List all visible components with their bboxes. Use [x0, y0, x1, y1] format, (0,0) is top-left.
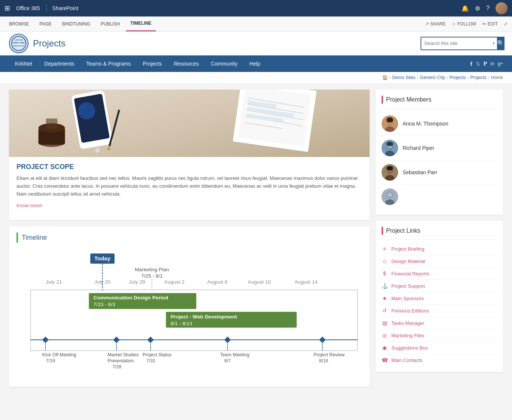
link-item-suggestions[interactable]: ◉ Suggestions Box: [382, 342, 497, 354]
breadcrumb-demo-sites[interactable]: Demo Sites: [392, 75, 416, 80]
facebook-icon[interactable]: f: [470, 61, 472, 67]
follow-icon: ☆: [452, 21, 456, 27]
svg-text:Project Status: Project Status: [142, 352, 171, 357]
sharepoint-label: SharePoint: [52, 5, 78, 11]
site-logo: CITY OF KIRKLAND WASHINGTON: [9, 34, 28, 53]
svg-text:7/23 - 8/3: 7/23 - 8/3: [94, 302, 115, 308]
breadcrumb-generic-city[interactable]: Generic-City: [420, 75, 445, 80]
member-item: Anna M. Thompson: [382, 112, 497, 136]
svg-text:Project - Web Development: Project - Web Development: [171, 314, 237, 320]
focus-icon: ⤢: [504, 21, 508, 27]
link-item-support[interactable]: ⚓ Project Support: [382, 280, 497, 292]
refresh-icon: ↺: [382, 308, 388, 314]
focus-action[interactable]: ⤢: [504, 21, 508, 27]
know-more-link[interactable]: Know more!: [16, 203, 42, 208]
nav-teams-programs[interactable]: Teams & Programs: [80, 55, 137, 72]
svg-text:Market Studies: Market Studies: [108, 352, 139, 357]
search-box[interactable]: ▼ 🔍: [421, 37, 503, 50]
tab-page[interactable]: PAGE: [35, 16, 56, 31]
link-item-tasks[interactable]: ▤ Tasks Manager: [382, 317, 497, 329]
ribbon-actions: ↗ SHARE ☆ FOLLOW ✏ EDIT ⤢: [425, 21, 508, 27]
follow-action[interactable]: ☆ FOLLOW: [452, 21, 476, 27]
svg-marker-63: [319, 337, 325, 343]
waffle-icon[interactable]: ⊞: [4, 4, 10, 12]
links-pink-accent: [382, 227, 383, 235]
link-label-financial: Financial Reports: [391, 271, 429, 277]
svg-text:August 14: August 14: [295, 280, 318, 285]
svg-text:August 6: August 6: [207, 280, 228, 285]
gear-icon[interactable]: ⚙: [475, 5, 480, 12]
svg-text:August 10: August 10: [248, 280, 271, 285]
link-label-suggestions: Suggestions Box: [391, 345, 428, 351]
project-scope-title: PROJECT SCOPE: [16, 163, 362, 171]
help-icon[interactable]: ?: [486, 5, 490, 12]
link-item-briefing[interactable]: ≡ Project Briefing: [382, 243, 497, 255]
svg-marker-55: [147, 337, 154, 343]
member-avatar-anna: [382, 115, 398, 132]
googleplus-icon[interactable]: g+: [498, 61, 503, 66]
nav-projects[interactable]: Projects: [137, 55, 168, 72]
timeline-header: Timeline: [16, 232, 362, 243]
svg-point-76: [386, 142, 393, 146]
project-scope-text: Etiam at elit at diam tincidunt faucibus…: [16, 175, 362, 198]
timeline-area: Today July 21 July 25 July 29 August 2 A…: [16, 249, 362, 381]
svg-text:7/28: 7/28: [112, 364, 121, 369]
diamond-icon: ◇: [382, 258, 388, 264]
circle-icon: ◉: [382, 345, 388, 351]
bell-icon[interactable]: 🔔: [461, 5, 469, 12]
share-icon: ↗: [425, 21, 429, 27]
tab-timeline[interactable]: TIMELINE: [126, 16, 156, 31]
edit-action[interactable]: ✏ EDIT: [482, 21, 498, 27]
pink-accent-bar: [382, 96, 383, 104]
pinterest-icon[interactable]: 𝐏: [484, 60, 487, 67]
link-item-marketing[interactable]: ◎ Marketing Files: [382, 329, 497, 342]
tab-publish[interactable]: PUBLISH: [96, 16, 124, 31]
svg-text:Presentation: Presentation: [108, 358, 134, 363]
site-logo-inner: CITY OF KIRKLAND WASHINGTON: [10, 34, 28, 52]
svg-point-71: [386, 117, 393, 123]
search-input[interactable]: [421, 39, 490, 48]
top-bar-left: ⊞ Office 365 SharePoint: [4, 4, 78, 13]
share-action[interactable]: ↗ SHARE: [425, 21, 446, 27]
nav-kirknet[interactable]: KirkNet: [9, 55, 38, 72]
link-label-contacts: Main Contacts: [391, 357, 422, 363]
main-right: Project Members Anna M. Thompson: [376, 90, 503, 387]
nav-community[interactable]: Community: [205, 55, 244, 72]
ribbon-tabs: BROWSE PAGE BINDTUNING PUBLISH TIMELINE: [4, 16, 156, 31]
main-container: PROJECT SCOPE Etiam at elit at diam tinc…: [0, 84, 512, 393]
svg-point-81: [386, 166, 393, 170]
twitter-icon[interactable]: 𝕏: [476, 61, 480, 67]
breadcrumb: 🏠 › Demo Sites › Generic-City › Projects…: [0, 72, 512, 84]
svg-text:Project Review: Project Review: [313, 352, 345, 357]
member-item: Sebastian Parr: [382, 160, 497, 185]
svg-text:Communication Design Period: Communication Design Period: [94, 295, 168, 300]
member-avatar-sebastian: [382, 164, 398, 181]
svg-text:KIRKLAND: KIRKLAND: [13, 42, 25, 44]
member-item: [382, 185, 497, 209]
nav-help[interactable]: Help: [243, 55, 266, 72]
svg-marker-46: [42, 337, 49, 343]
breadcrumb-projects-1[interactable]: Projects: [449, 75, 466, 80]
link-item-editions[interactable]: ↺ Previous Editions: [382, 305, 497, 317]
link-item-sponsors[interactable]: ★ Main Sponsors: [382, 292, 497, 305]
nav-bar: KirkNet Departments Teams & Programs Pro…: [0, 55, 512, 72]
avatar[interactable]: [496, 2, 508, 14]
nav-resources[interactable]: Resources: [168, 55, 205, 72]
timeline-card: Timeline Today July 21 July 25 July 29 A…: [9, 226, 370, 387]
search-button[interactable]: 🔍: [497, 37, 505, 50]
tab-browse[interactable]: BROWSE: [4, 16, 33, 31]
linkedin-icon[interactable]: in: [491, 61, 494, 66]
link-item-design[interactable]: ◇ Design Material: [382, 255, 497, 268]
edit-label: EDIT: [488, 21, 498, 27]
nav-departments[interactable]: Departments: [38, 55, 80, 72]
anchor-icon: ⚓: [382, 283, 388, 289]
link-label-support: Project Support: [391, 283, 425, 289]
search-dropdown-icon[interactable]: ▼: [490, 40, 497, 47]
svg-text:Team Meeting: Team Meeting: [220, 352, 249, 357]
tab-bindtuning[interactable]: BINDTUNING: [58, 16, 95, 31]
link-item-contacts[interactable]: ☎ Main Contacts: [382, 354, 497, 366]
link-item-financial[interactable]: $ Financial Reports: [382, 268, 497, 280]
svg-text:July 21: July 21: [46, 280, 62, 285]
breadcrumb-projects-2[interactable]: Projects: [470, 75, 487, 80]
member-item: Richard Piper: [382, 136, 497, 160]
